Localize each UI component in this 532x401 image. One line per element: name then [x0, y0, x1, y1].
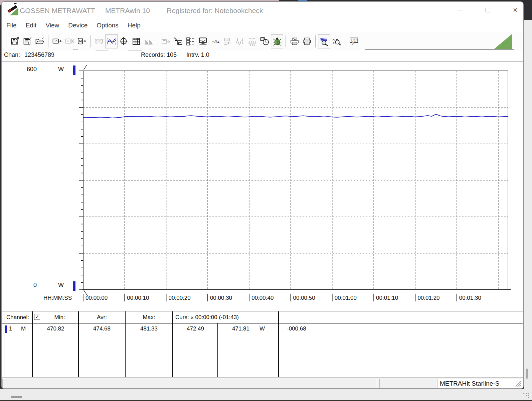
menu-edit[interactable]: Edit — [26, 22, 37, 29]
minimize-button[interactable] — [452, 2, 467, 18]
y-range-marker-top[interactable] — [73, 65, 75, 75]
row-cursor-b-unit: W — [259, 325, 265, 332]
numeric-display-button: 1257 — [93, 34, 105, 48]
menu-device[interactable]: Device — [68, 22, 87, 29]
sequence-button[interactable] — [184, 34, 197, 48]
row-cursor-a-value: 472.49 — [173, 325, 217, 332]
records-count: Records: 105 — [141, 51, 177, 58]
row-delta-value: -000.68 — [287, 325, 306, 332]
envelope-button — [246, 34, 258, 48]
bug-icon — [273, 37, 282, 46]
x-axis-label: HH:MM:SS — [43, 295, 72, 301]
monitor-icon — [198, 37, 208, 46]
zoomarea-icon — [332, 37, 341, 46]
zoom-time-button[interactable] — [318, 34, 330, 48]
analog-output-button — [234, 34, 246, 48]
cursor-tool-button[interactable] — [118, 34, 130, 48]
row-channel-number: 1 — [9, 325, 12, 332]
status-panel-device: METRAHit Starline-S — [437, 379, 523, 388]
row-min-value: 470.82 — [33, 325, 78, 332]
toolbar-separator — [286, 35, 286, 47]
menu-bar: File Edit View Device Options Help — [2, 19, 523, 32]
svg-text:321: 321 — [225, 38, 229, 41]
device-read-button[interactable]: 321 — [51, 34, 63, 48]
printer-icon — [302, 37, 312, 46]
x-tick-label: 00:01:00 — [335, 295, 357, 301]
toolbar-separator — [90, 35, 91, 47]
table-view-button[interactable] — [130, 34, 142, 48]
x-tick-label: 00:00:50 — [293, 295, 315, 301]
menu-help[interactable]: Help — [128, 22, 141, 29]
table-border — [78, 311, 79, 378]
info-row: Chan: 123456789 Records: 105 Intrv. 1.0 — [2, 50, 523, 61]
display1257-icon: 1257 — [95, 37, 104, 46]
y-range-marker-bottom[interactable] — [73, 281, 75, 291]
y-axis-unit-top: W — [58, 66, 64, 73]
saveas-icon — [23, 37, 32, 46]
histogram-view-button — [142, 34, 155, 48]
chart-plot-area[interactable] — [2, 62, 524, 311]
gossen-metrawatt-logo-icon — [8, 5, 19, 16]
toolbar-separator — [6, 35, 6, 47]
y-axis-unit-bottom: W — [58, 282, 64, 289]
maximize-button[interactable] — [481, 2, 495, 18]
zoom-window-button[interactable] — [330, 34, 343, 48]
steps-icon — [186, 37, 195, 46]
menu-options[interactable]: Options — [97, 22, 118, 29]
interval-value: Intrv. 1.0 — [186, 51, 209, 58]
clock-icon: 12 — [260, 37, 270, 46]
toolbar-underline — [365, 49, 514, 50]
table-border — [172, 311, 173, 378]
fx-icon: =f(x) — [211, 37, 220, 46]
table-border — [4, 311, 4, 378]
header-max: Max: — [126, 314, 172, 321]
channel-color-marker — [5, 325, 7, 333]
envelope-icon — [248, 37, 257, 46]
tablegrid-icon — [132, 37, 141, 46]
green-triangle-logo — [494, 34, 512, 49]
menu-view[interactable]: View — [45, 22, 59, 29]
debug-button[interactable] — [271, 34, 283, 48]
screen: GOSSEN METRAWATT METRAwin 10 Registered … — [0, 0, 532, 401]
save-icon — [10, 37, 20, 46]
bars-icon — [144, 37, 153, 46]
online-display-button[interactable] — [197, 34, 209, 48]
table-border — [278, 311, 279, 378]
resize-grip[interactable] — [514, 379, 522, 387]
toolbar-separator — [315, 35, 316, 47]
device-settings-button: 321 — [221, 34, 234, 48]
x-tick-label: 00:00:40 — [251, 295, 274, 301]
x-tick-label: 00:00:30 — [210, 295, 232, 301]
resize-dots — [523, 393, 530, 398]
time-settings-button[interactable]: 12 — [258, 34, 271, 48]
x-tick-label: 00:00:10 — [127, 295, 149, 301]
toolbar: 321321M1257=f(x)321121/2/3 — [2, 32, 523, 50]
print-button[interactable] — [301, 34, 313, 48]
header-min: Min: — [41, 314, 78, 321]
notes-button[interactable]: 1/2/3 — [348, 34, 360, 48]
print-preview-button[interactable] — [288, 34, 301, 48]
formula-button[interactable]: =f(x) — [209, 34, 221, 48]
memory-read-button[interactable]: M — [75, 34, 88, 48]
zoomwave-icon — [320, 37, 329, 46]
save-button[interactable] — [9, 34, 21, 48]
import-button[interactable] — [172, 34, 184, 48]
table-border — [217, 323, 218, 378]
importdisk-icon — [174, 37, 183, 46]
meterslider-icon: 321 — [223, 37, 232, 46]
open-button[interactable] — [33, 34, 46, 48]
svg-text:321: 321 — [54, 40, 59, 43]
chart-view-button[interactable] — [105, 34, 118, 48]
menu-file[interactable]: File — [6, 22, 17, 29]
row-channel-flag: M — [21, 325, 26, 332]
brand-title: GOSSEN METRAWATT — [20, 7, 95, 15]
registered-for-text: Registered for: Notebookcheck — [167, 7, 263, 15]
y-axis-max-label: 600 — [22, 66, 37, 73]
channels-label: Chan: — [4, 51, 20, 58]
metrawin-window: GOSSEN METRAWATT METRAwin 10 Registered … — [1, 1, 524, 389]
meter321x-icon: 321 — [65, 37, 74, 46]
channel-checkbox[interactable]: ✓ — [34, 314, 40, 320]
save-as-button[interactable] — [21, 34, 33, 48]
svg-text:1257: 1257 — [96, 40, 102, 43]
close-button[interactable]: × — [508, 2, 523, 18]
